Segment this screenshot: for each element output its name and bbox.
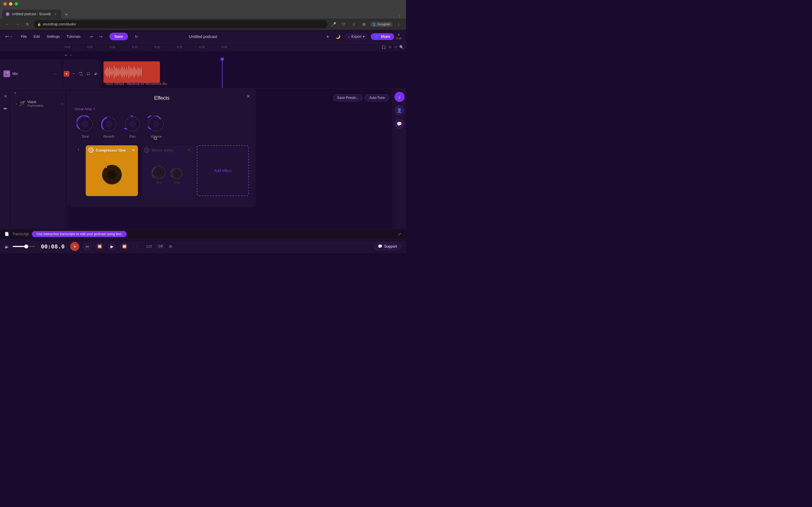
volume-thumb[interactable]	[24, 244, 28, 248]
sidebar-close-button[interactable]: ✕	[1, 92, 10, 101]
person-icon[interactable]: 👤	[395, 105, 405, 115]
refresh-button[interactable]: ↻	[133, 33, 140, 41]
theme-toggle-icon[interactable]: ☀	[324, 33, 332, 41]
reverb-knob-container: Reverb	[100, 115, 117, 138]
audio-clip[interactable]	[103, 61, 160, 83]
timeline-gear-icon[interactable]: ⚙	[388, 45, 392, 49]
share-button[interactable]: 👤 Share	[371, 33, 394, 40]
new-tab-button[interactable]: +	[62, 11, 70, 18]
stereo-delay-power-button[interactable]: ⏻	[144, 148, 149, 153]
svg-rect-15	[121, 68, 121, 76]
instrument-forward-button[interactable]: ›	[61, 101, 63, 106]
time-knob[interactable]	[171, 167, 183, 180]
instrument-close-button[interactable]: ✕	[13, 91, 17, 95]
track-options-button[interactable]: ⋯	[53, 71, 58, 76]
exit-button[interactable]: ⬆ Exit	[396, 33, 402, 40]
track-content: Input: Default - MacBook Air Microphone …	[101, 59, 406, 88]
add-effect-slot[interactable]: Add effect	[197, 145, 249, 196]
stereo-delay-close-button[interactable]: ✕	[187, 148, 191, 152]
menu-tutorials[interactable]: Tutorials	[64, 33, 83, 40]
redo-button[interactable]: ↪	[97, 33, 105, 41]
vocal-amp-dropdown-icon[interactable]: ▾	[93, 107, 95, 110]
fast-forward-button[interactable]: ⏩	[120, 242, 129, 251]
skip-to-start-button[interactable]: ⏮	[83, 242, 92, 251]
traffic-light-green[interactable]	[15, 2, 18, 6]
track-edit-button[interactable]: ✂	[70, 71, 77, 77]
undo-button[interactable]: ↩	[88, 33, 96, 41]
reload-button[interactable]: ↻	[24, 20, 32, 28]
mix-knob[interactable]	[152, 165, 166, 180]
vocal-amp-label[interactable]: Vocal Amp	[74, 107, 92, 111]
timeline-zoom-icon[interactable]: 🔍	[399, 45, 404, 49]
timeline-undo-icon[interactable]: ↺	[394, 45, 397, 49]
track-loop-button[interactable]	[78, 71, 84, 77]
track-mute-button[interactable]: 🎧	[85, 71, 91, 77]
compressor-one-slot[interactable]: ⏻ Compressor One ✕	[86, 145, 138, 196]
move-icon[interactable]: ↔	[69, 53, 73, 57]
time-display: 00:08.0	[41, 243, 64, 250]
menu-file[interactable]: File	[18, 33, 30, 40]
star-icon[interactable]: ☆	[350, 20, 358, 28]
browser-more-icon[interactable]: ⋮	[395, 20, 403, 28]
instrument-back-button[interactable]: ‹	[16, 101, 17, 106]
play-button[interactable]: ▶	[107, 242, 116, 251]
compressor-knob[interactable]	[101, 163, 123, 186]
transcript-icon: 📄	[4, 232, 9, 236]
svg-rect-5	[109, 66, 110, 78]
compressor-close-button[interactable]: ✕	[132, 148, 135, 152]
track-volume-button[interactable]: 🔊	[93, 71, 99, 77]
active-tab[interactable]: S Untitled podcast - Soundtr ✕	[2, 10, 61, 18]
volume-slider[interactable]	[13, 246, 35, 247]
svg-rect-22	[129, 66, 129, 78]
music-icon[interactable]: ♪	[395, 92, 405, 102]
shield-icon[interactable]: 🛡	[340, 20, 348, 28]
volume-knob[interactable]	[148, 115, 165, 132]
tone-knob-container: Tone	[77, 115, 94, 138]
url-text: soundtrap.com/studio/	[43, 22, 76, 26]
svg-rect-31	[139, 68, 139, 76]
stereo-delay-slot[interactable]: ⏻ Stereo Delay ✕	[141, 145, 193, 196]
autotune-button[interactable]: Auto-Tune	[365, 94, 389, 101]
track-instrument-icon[interactable]: 🎤	[3, 70, 10, 77]
rewind-button[interactable]: ⏪	[95, 242, 104, 251]
pan-knob[interactable]	[124, 115, 141, 132]
app-back-button[interactable]: ↩→	[4, 32, 13, 41]
traffic-light-yellow[interactable]	[9, 2, 12, 6]
tab-close-btn[interactable]: ✕	[53, 12, 58, 16]
transcript-expand-button[interactable]: ⤢	[398, 232, 402, 236]
compressor-power-button[interactable]: ⏻	[89, 148, 94, 153]
traffic-light-red[interactable]	[3, 2, 7, 6]
incognito-badge[interactable]: 👤 Incognito	[370, 22, 393, 27]
timeline-headphone-icon[interactable]: 🎧	[382, 45, 386, 49]
tone-knob[interactable]	[77, 115, 94, 132]
back-button[interactable]: ←	[3, 20, 11, 28]
support-button[interactable]: 💬 Support	[373, 242, 402, 251]
mic-icon[interactable]: 🎤	[329, 20, 338, 28]
svg-rect-4	[108, 69, 109, 75]
reverb-knob[interactable]	[100, 115, 117, 132]
menu-settings[interactable]: Settings	[44, 33, 63, 40]
url-bar[interactable]: 🔒 soundtrap.com/studio/	[34, 20, 327, 28]
effects-nav-left-button[interactable]: ‹	[74, 145, 82, 153]
settings-gear-icon[interactable]: ⚙	[169, 244, 172, 249]
save-button[interactable]: Save	[109, 33, 128, 40]
add-effect-label[interactable]: Add effect	[214, 168, 232, 173]
svg-rect-3	[107, 67, 108, 77]
save-preset-button[interactable]: Save Preset...	[333, 94, 363, 101]
forward-button[interactable]: →	[13, 20, 21, 28]
chat-icon[interactable]: 💬	[395, 119, 405, 129]
instrument-wand-icon[interactable]: 🪄	[19, 101, 25, 106]
record-arm-button[interactable]: ●	[64, 71, 69, 76]
sidebar-pen-icon[interactable]: ✏	[1, 104, 10, 113]
loop-icon[interactable]: ↩	[65, 53, 68, 57]
extension-icon[interactable]: ⊞	[360, 20, 368, 28]
ruler-mark-0: 0:00	[65, 46, 70, 49]
record-button[interactable]: ●	[70, 242, 79, 251]
export-button[interactable]: ↓ Export ▾	[344, 33, 369, 40]
modal-close-button[interactable]: ✕	[245, 93, 252, 100]
off-badge[interactable]: Off	[155, 244, 165, 249]
menu-edit[interactable]: Edit	[31, 33, 43, 40]
tab-bar-more-icon[interactable]: ⋮	[398, 14, 402, 18]
svg-rect-20	[126, 68, 127, 76]
moon-icon[interactable]: 🌙	[334, 33, 342, 41]
